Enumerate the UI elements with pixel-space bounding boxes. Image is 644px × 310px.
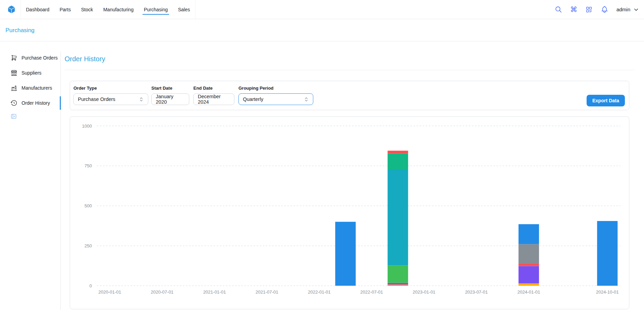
- order-history-filter-panel: Order Type Purchase Orders Start Date Ja…: [70, 81, 629, 110]
- svg-text:2021-07-01: 2021-07-01: [256, 289, 278, 295]
- breadcrumb[interactable]: Purchasing: [5, 27, 35, 34]
- sidebar-item-label: Order History: [22, 100, 50, 106]
- user-name: admin: [616, 7, 630, 12]
- tab-dashboard[interactable]: Dashboard: [21, 0, 55, 19]
- sidebar-divider: [60, 51, 61, 310]
- svg-text:2020-01-01: 2020-01-01: [98, 289, 121, 295]
- order-type-label: Order Type: [73, 86, 148, 91]
- sidebar-item-manufacturers[interactable]: Manufacturers: [0, 80, 60, 95]
- tab-parts[interactable]: Parts: [55, 0, 76, 19]
- svg-text:2024-01-01: 2024-01-01: [517, 289, 540, 295]
- purchasing-sidebar: Purchase Orders Suppliers Manufacturers: [0, 41, 60, 119]
- building-store-icon: [11, 69, 17, 76]
- sidebar-active-indicator: [60, 96, 61, 110]
- sidebar-item-label: Manufacturers: [22, 85, 52, 91]
- svg-text:250: 250: [84, 243, 92, 248]
- sidebar-collapse-button[interactable]: [0, 113, 60, 119]
- end-date-input[interactable]: December 2024: [193, 93, 234, 105]
- main-nav-tabs: Dashboard Parts Stock Manufacturing Purc…: [20, 0, 195, 19]
- app-logo[interactable]: [7, 5, 16, 14]
- order-type-select[interactable]: Purchase Orders: [73, 93, 148, 105]
- export-data-button[interactable]: Export Data: [587, 95, 625, 106]
- order-history-chart[interactable]: 025050075010002020-01-012020-07-012021-0…: [70, 117, 629, 308]
- sidebar-item-label: Suppliers: [22, 70, 41, 76]
- svg-text:1000: 1000: [82, 124, 92, 129]
- sidebar-item-order-history[interactable]: Order History: [0, 95, 60, 111]
- svg-text:500: 500: [84, 203, 92, 208]
- command-palette-button[interactable]: ⌘: [570, 5, 578, 14]
- search-button[interactable]: [554, 5, 562, 14]
- factory-icon: [11, 85, 17, 91]
- svg-text:2020-07-01: 2020-07-01: [151, 289, 174, 295]
- tab-manufacturing[interactable]: Manufacturing: [98, 0, 139, 19]
- user-menu[interactable]: admin: [616, 7, 639, 12]
- title-divider: [65, 70, 634, 70]
- tab-sales[interactable]: Sales: [173, 0, 195, 19]
- tab-stock[interactable]: Stock: [76, 0, 98, 19]
- sidebar-item-label: Purchase Orders: [22, 55, 58, 61]
- start-date-value: January 2020: [156, 94, 185, 105]
- qrcode-icon: [585, 6, 593, 13]
- start-date-input[interactable]: January 2020: [151, 93, 189, 105]
- grouping-period-value: Quarterly: [243, 96, 263, 102]
- scan-button[interactable]: [585, 5, 593, 14]
- top-navbar: Dashboard Parts Stock Manufacturing Purc…: [0, 0, 644, 19]
- svg-text:0: 0: [90, 283, 92, 288]
- svg-text:2022-01-01: 2022-01-01: [308, 289, 331, 295]
- start-date-label: Start Date: [151, 86, 189, 91]
- end-date-value: December 2024: [198, 94, 230, 105]
- selector-chevrons-icon: [139, 97, 144, 102]
- breadcrumb-bar: Purchasing: [0, 20, 644, 41]
- svg-text:2024-10-01: 2024-10-01: [596, 289, 619, 295]
- grouping-period-select[interactable]: Quarterly: [238, 93, 313, 105]
- page-title: Order History: [65, 55, 105, 63]
- selector-chevrons-icon: [304, 97, 309, 102]
- chevron-down-icon: [633, 7, 639, 12]
- package-cube-icon: [7, 5, 16, 14]
- bell-icon: [601, 5, 608, 13]
- svg-text:750: 750: [84, 163, 92, 168]
- end-date-label: End Date: [193, 86, 234, 91]
- notifications-button[interactable]: [600, 5, 608, 14]
- grouping-period-label: Grouping Period: [238, 86, 313, 91]
- order-type-value: Purchase Orders: [78, 96, 115, 102]
- sidebar-item-suppliers[interactable]: Suppliers: [0, 65, 60, 80]
- svg-text:2023-01-01: 2023-01-01: [413, 289, 436, 295]
- order-history-chart-card: 025050075010002020-01-012020-07-012021-0…: [70, 116, 629, 309]
- tab-purchasing[interactable]: Purchasing: [139, 0, 173, 19]
- search-icon: [554, 5, 562, 13]
- svg-text:2023-07-01: 2023-07-01: [465, 289, 488, 295]
- layout-sidebar-icon: [11, 113, 17, 119]
- navbar-actions: ⌘ admin: [554, 5, 639, 14]
- sidebar-item-purchase-orders[interactable]: Purchase Orders: [0, 50, 60, 65]
- history-icon: [11, 100, 17, 106]
- shopping-cart-icon: [11, 54, 17, 61]
- command-icon: ⌘: [570, 6, 577, 13]
- svg-text:2021-01-01: 2021-01-01: [203, 289, 226, 295]
- svg-text:2022-07-01: 2022-07-01: [360, 289, 383, 295]
